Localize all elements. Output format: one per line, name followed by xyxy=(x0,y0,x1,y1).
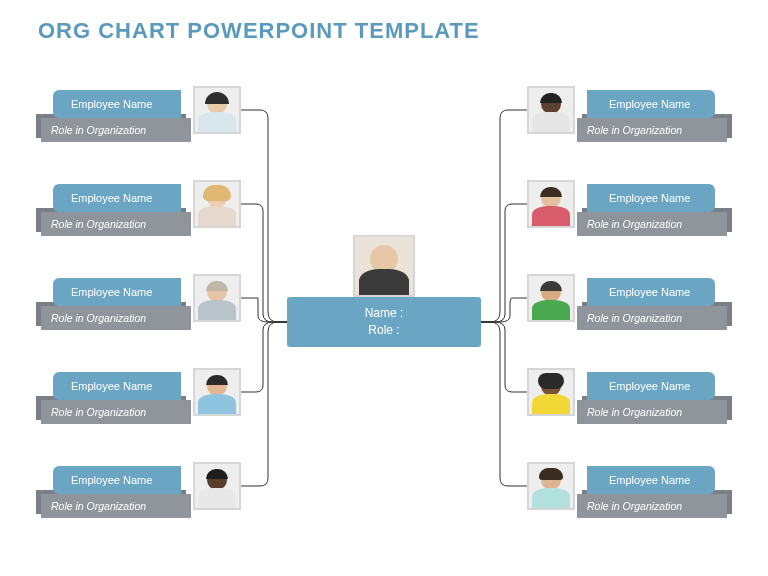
employee-card: Employee Name Role in Organization xyxy=(41,462,241,522)
employee-name: Employee Name xyxy=(609,192,690,204)
employee-card: Employee Name Role in Organization xyxy=(527,274,727,334)
employee-role-bar: Role in Organization xyxy=(577,118,727,142)
employee-role-bar: Role in Organization xyxy=(41,118,191,142)
employee-role-bar: Role in Organization xyxy=(577,494,727,518)
center-avatar xyxy=(353,235,415,297)
employee-name: Employee Name xyxy=(609,380,690,392)
employee-role-bar: Role in Organization xyxy=(41,400,191,424)
employee-card: Employee Name Role in Organization xyxy=(41,274,241,334)
employee-name: Employee Name xyxy=(609,286,690,298)
employee-card: Employee Name Role in Organization xyxy=(41,86,241,146)
employee-role: Role in Organization xyxy=(587,406,682,418)
employee-name-pill: Employee Name xyxy=(53,90,181,118)
employee-name: Employee Name xyxy=(71,286,152,298)
employee-avatar xyxy=(193,274,241,322)
employee-name-pill: Employee Name xyxy=(587,466,715,494)
employee-role: Role in Organization xyxy=(51,218,146,230)
center-role-label: Role : xyxy=(368,322,399,339)
employee-avatar xyxy=(527,274,575,322)
employee-name: Employee Name xyxy=(71,380,152,392)
center-node: Name : Role : xyxy=(287,297,481,347)
employee-role-bar: Role in Organization xyxy=(577,212,727,236)
employee-role-bar: Role in Organization xyxy=(41,212,191,236)
employee-role: Role in Organization xyxy=(51,124,146,136)
employee-avatar xyxy=(527,368,575,416)
center-name-label: Name : xyxy=(365,305,404,322)
employee-role-bar: Role in Organization xyxy=(577,400,727,424)
employee-name-pill: Employee Name xyxy=(587,278,715,306)
employee-role: Role in Organization xyxy=(587,124,682,136)
employee-name-pill: Employee Name xyxy=(587,372,715,400)
employee-card: Employee Name Role in Organization xyxy=(41,368,241,428)
employee-avatar xyxy=(193,462,241,510)
employee-card: Employee Name Role in Organization xyxy=(41,180,241,240)
page-title: ORG CHART POWERPOINT TEMPLATE xyxy=(38,18,480,44)
employee-name-pill: Employee Name xyxy=(587,90,715,118)
employee-avatar xyxy=(527,180,575,228)
employee-avatar xyxy=(527,462,575,510)
employee-name-pill: Employee Name xyxy=(587,184,715,212)
employee-role: Role in Organization xyxy=(51,500,146,512)
employee-card: Employee Name Role in Organization xyxy=(527,180,727,240)
employee-role: Role in Organization xyxy=(587,218,682,230)
employee-role: Role in Organization xyxy=(51,406,146,418)
employee-role: Role in Organization xyxy=(587,500,682,512)
employee-avatar xyxy=(193,368,241,416)
employee-name: Employee Name xyxy=(609,98,690,110)
employee-avatar xyxy=(193,180,241,228)
employee-name-pill: Employee Name xyxy=(53,184,181,212)
employee-name-pill: Employee Name xyxy=(53,372,181,400)
employee-role-bar: Role in Organization xyxy=(41,494,191,518)
employee-name: Employee Name xyxy=(71,98,152,110)
employee-role-bar: Role in Organization xyxy=(577,306,727,330)
employee-name-pill: Employee Name xyxy=(53,466,181,494)
employee-role: Role in Organization xyxy=(587,312,682,324)
employee-avatar xyxy=(193,86,241,134)
employee-avatar xyxy=(527,86,575,134)
employee-role-bar: Role in Organization xyxy=(41,306,191,330)
employee-role: Role in Organization xyxy=(51,312,146,324)
employee-name: Employee Name xyxy=(71,192,152,204)
employee-name: Employee Name xyxy=(71,474,152,486)
employee-card: Employee Name Role in Organization xyxy=(527,86,727,146)
employee-name: Employee Name xyxy=(609,474,690,486)
employee-card: Employee Name Role in Organization xyxy=(527,462,727,522)
employee-name-pill: Employee Name xyxy=(53,278,181,306)
employee-card: Employee Name Role in Organization xyxy=(527,368,727,428)
